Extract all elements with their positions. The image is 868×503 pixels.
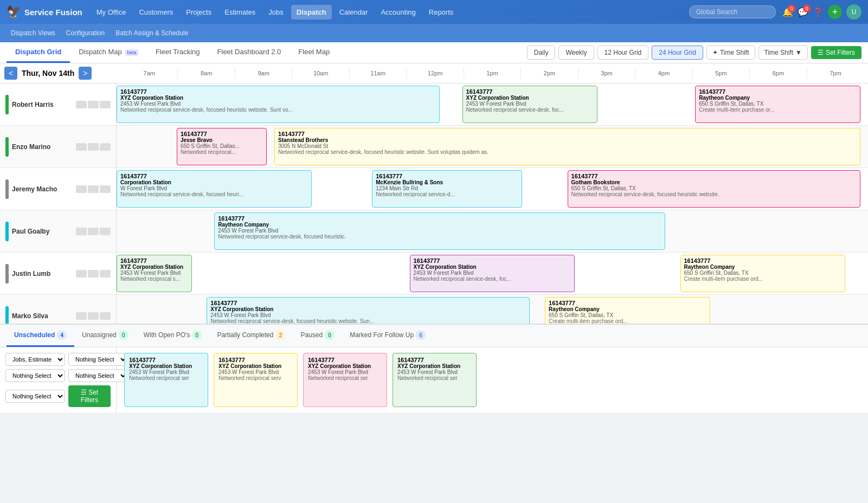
nav-jobs[interactable]: Jobs [263, 5, 288, 20]
tech-action-3[interactable] [100, 143, 111, 151]
messages-button[interactable]: 💬0 [798, 7, 808, 17]
tech-action-1[interactable] [76, 270, 87, 278]
tech-timeline: 16143777 Corporation Station W Forest Pa… [117, 168, 868, 210]
set-filters-button[interactable]: ☰ Set Filters [811, 46, 861, 59]
tab-fleet-tracking[interactable]: Fleet Tracking [147, 42, 209, 63]
nav-estimates[interactable]: Estimates [219, 5, 261, 20]
tech-action-3[interactable] [100, 228, 111, 235]
job-card[interactable]: 16143777 XYZ Corporation Station 2453 W … [207, 297, 530, 324]
job-card[interactable]: 16143777 Corporation Station W Forest Pa… [117, 170, 312, 208]
tech-action-3[interactable] [100, 101, 111, 108]
job-card[interactable]: 16143777 XYZ Corporation Station 2453 W … [410, 255, 575, 292]
paused-badge: 0 [325, 330, 335, 340]
date-label: Thur, Nov 14th [22, 69, 74, 78]
tech-name-cell: Jeremy Macho [0, 168, 117, 210]
job-card[interactable]: 16143777 Jesse Bravo 650 S Griffin St, D… [177, 128, 267, 165]
nothing-select-4[interactable]: Nothing Select [5, 390, 65, 403]
table-row: Paul Goalby 16143777 Raytheon Company 24… [0, 210, 868, 253]
weekly-button[interactable]: Weekly [558, 46, 594, 60]
tech-action-2[interactable] [88, 312, 99, 320]
bottom-set-filters-button[interactable]: ☰ Set Filters [68, 385, 111, 407]
list-item[interactable]: 16143777 XYZ Corporation Station 2453 W … [124, 353, 208, 407]
tech-actions [76, 143, 111, 151]
global-search-input[interactable] [689, 5, 776, 18]
logo[interactable]: 🦅 Service Fusion [7, 5, 82, 19]
list-item[interactable]: 16143777 XYZ Corporation Station 2453 W … [303, 353, 387, 407]
sub-nav-batch-assign[interactable]: Batch Assign & Schedule [111, 27, 192, 39]
tech-name-cell: Paul Goalby [0, 210, 117, 252]
tab-fleet-dashboard[interactable]: Fleet Dashboard 2.0 [209, 42, 290, 63]
btab-open-po[interactable]: With Open PO's 0 [136, 325, 210, 347]
prev-date-button[interactable]: < [4, 67, 17, 80]
time-shift-icon-button[interactable]: ✦ Time Shift [706, 46, 755, 60]
tech-action-1[interactable] [76, 312, 87, 320]
tech-action-1[interactable] [76, 228, 87, 235]
tech-action-1[interactable] [76, 143, 87, 151]
tech-action-3[interactable] [100, 185, 111, 193]
tech-action-3[interactable] [100, 270, 111, 278]
dispatch-grid: < Thur, Nov 14th > 7am 8am 9am 10am 11am… [0, 63, 868, 324]
tech-action-2[interactable] [88, 143, 99, 151]
list-item[interactable]: 16143777 XYZ Corporation Station 2453 W … [393, 353, 477, 407]
filter-row-1: Jobs, Estimates Nothing Select [5, 353, 111, 366]
tech-action-2[interactable] [88, 101, 99, 108]
job-card[interactable]: 16143777 XYZ Corporation Station 2453 W … [117, 86, 440, 123]
bottom-filters: Jobs, Estimates Nothing Select Nothing S… [0, 347, 117, 412]
tab-dispatch-map[interactable]: Dispatch Map beta [70, 42, 147, 63]
tech-name: Enzo Marino [12, 143, 50, 151]
add-button[interactable]: + [828, 5, 842, 19]
help-button[interactable]: ❓ [813, 7, 824, 17]
nav-projects[interactable]: Projects [181, 5, 217, 20]
nav-my-office[interactable]: My Office [91, 5, 132, 20]
filter-icon: ☰ [81, 389, 87, 396]
list-item[interactable]: 16143777 XYZ Corporation Station 2453 W … [214, 353, 298, 407]
tech-action-2[interactable] [88, 270, 99, 278]
job-card[interactable]: 16143777 Raytheon Company 650 S Griffin … [695, 86, 860, 123]
btab-paused[interactable]: Paused 0 [293, 325, 342, 347]
daily-button[interactable]: Daily [527, 46, 556, 60]
tech-action-3[interactable] [100, 312, 111, 320]
nav-calendar[interactable]: Calendar [334, 5, 374, 20]
job-card[interactable]: 16143777 McKenzie Bullring & Sons 1234 M… [372, 170, 522, 208]
user-avatar[interactable]: U [846, 4, 861, 20]
tech-name: Robert Harris [12, 101, 54, 108]
sub-nav-configuration[interactable]: Configuration [62, 27, 109, 39]
tech-action-2[interactable] [88, 185, 99, 193]
tab-dispatch-grid[interactable]: Dispatch Grid [7, 42, 70, 63]
time-shift-dropdown-button[interactable]: Time Shift ▼ [758, 46, 808, 60]
nav-reports[interactable]: Reports [423, 5, 459, 20]
btab-partially-completed[interactable]: Partially Completed 2 [209, 325, 293, 347]
jobs-estimates-select[interactable]: Jobs, Estimates [5, 353, 65, 366]
follow-up-badge: 6 [416, 330, 426, 340]
tech-name: Paul Goalby [12, 228, 49, 235]
grid-12-button[interactable]: 12 Hour Grid [597, 46, 649, 60]
nav-customers[interactable]: Customers [133, 5, 178, 20]
job-card[interactable]: 16143777 XYZ Corporation Station 2453 W … [462, 86, 597, 123]
grid-24-button[interactable]: 24 Hour Grid [652, 46, 703, 60]
sub-nav-dispatch-views[interactable]: Dispatch Views [7, 27, 60, 39]
btab-unscheduled[interactable]: Unscheduled 4 [7, 325, 74, 347]
tab-fleet-map[interactable]: Fleet Map [290, 42, 338, 63]
btab-unassigned[interactable]: Unassigned 0 [74, 325, 136, 347]
tech-action-1[interactable] [76, 185, 87, 193]
nav-accounting[interactable]: Accounting [375, 5, 421, 20]
time-8am: 8am [178, 68, 235, 79]
job-card[interactable]: 16143777 Raytheon Company 650 S Griffin … [545, 297, 710, 324]
btab-follow-up[interactable]: Marked For Follow Up 6 [342, 325, 433, 347]
tech-action-1[interactable] [76, 101, 87, 108]
job-card[interactable]: 16143777 Stanstead Brothers 3005 N McDon… [274, 128, 860, 165]
notifications-button[interactable]: 🔔0 [782, 7, 793, 17]
table-row: Marko Silva 16143777 XYZ Corporation Sta… [0, 295, 868, 324]
job-card[interactable]: 16143777 Raytheon Company 650 S Griffin … [680, 255, 846, 292]
tech-action-2[interactable] [88, 228, 99, 235]
job-card[interactable]: 16143777 XYZ Corporation Station 2453 W … [117, 255, 192, 292]
job-card[interactable]: 16143777 Raytheon Company 2453 W Forest … [214, 212, 665, 250]
next-date-button[interactable]: > [79, 67, 92, 80]
top-nav: 🦅 Service Fusion My Office Customers Pro… [0, 0, 868, 24]
nothing-select-2[interactable]: Nothing Select [5, 369, 65, 382]
nav-dispatch[interactable]: Dispatch [291, 5, 332, 20]
tech-actions [76, 101, 111, 108]
job-card[interactable]: 16143777 Gotham Bookstore 650 S Griffin … [568, 170, 861, 208]
tech-timeline: 16143777 Raytheon Company 2453 W Forest … [117, 210, 868, 252]
time-4pm: 4pm [635, 68, 692, 79]
